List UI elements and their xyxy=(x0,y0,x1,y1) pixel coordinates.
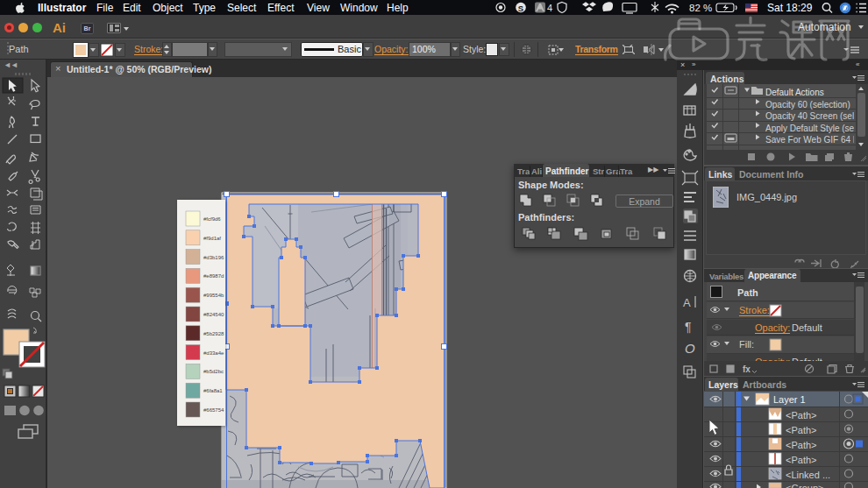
svg-text:#5b2928: #5b2928 xyxy=(203,331,224,336)
svg-text:#b5d2bc: #b5d2bc xyxy=(203,369,224,374)
svg-text:fx: fx xyxy=(743,364,751,374)
svg-text:4: 4 xyxy=(547,3,552,13)
svg-text:¶: ¶ xyxy=(685,320,692,334)
svg-text:A: A xyxy=(683,296,691,309)
svg-text:#f9d1af: #f9d1af xyxy=(203,236,221,241)
svg-text:#99554b: #99554b xyxy=(203,293,224,298)
svg-text:#6fa8a1: #6fa8a1 xyxy=(203,388,223,393)
svg-text:O: O xyxy=(685,341,695,356)
svg-text:#665754: #665754 xyxy=(203,407,224,413)
svg-text:#fcf9d6: #fcf9d6 xyxy=(203,216,221,222)
svg-text:#824540: #824540 xyxy=(203,312,224,317)
svg-text:#d33a4e: #d33a4e xyxy=(203,350,224,356)
svg-text:#e8987d: #e8987d xyxy=(203,273,224,279)
svg-text:S: S xyxy=(518,4,523,13)
svg-text:#d3b196: #d3b196 xyxy=(203,255,224,260)
